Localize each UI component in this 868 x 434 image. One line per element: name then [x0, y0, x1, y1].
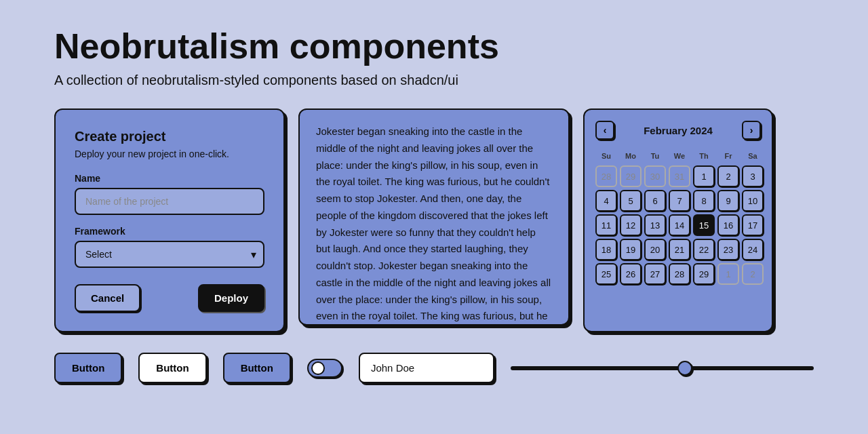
calendar-day[interactable]: 8 — [693, 190, 715, 212]
calendar-day[interactable]: 7 — [669, 190, 690, 212]
calendar-day[interactable]: 24 — [742, 239, 764, 260]
calendar-day[interactable]: 5 — [620, 190, 642, 212]
calendar-day[interactable]: 29 — [693, 263, 715, 285]
calendar-grid: SuMoTuWeThFrSa28293031123456789101112131… — [595, 149, 761, 285]
calendar-day[interactable]: 3 — [742, 165, 764, 187]
deploy-button[interactable]: Deploy — [198, 284, 264, 312]
story-text: Jokester began sneaking into the castle … — [316, 123, 552, 326]
calendar-day[interactable]: 11 — [595, 214, 617, 236]
calendar-day[interactable]: 16 — [717, 214, 739, 236]
calendar-day[interactable]: 2 — [717, 165, 739, 187]
calendar-day-header: Fr — [717, 149, 739, 163]
calendar-day[interactable]: 10 — [742, 190, 764, 212]
calendar-day[interactable]: 13 — [644, 214, 666, 236]
calendar-day[interactable]: 18 — [595, 239, 617, 260]
components-row: Create project Deploy your new project i… — [54, 108, 814, 332]
project-name-input[interactable] — [75, 188, 264, 215]
calendar-day[interactable]: 23 — [717, 239, 739, 260]
calendar-next-button[interactable]: › — [742, 121, 761, 140]
calendar-day[interactable]: 27 — [644, 263, 666, 285]
calendar-day[interactable]: 15 — [693, 214, 715, 236]
calendar-day-header: Su — [595, 149, 617, 163]
name-label: Name — [75, 173, 264, 184]
create-project-card: Create project Deploy your new project i… — [54, 108, 285, 332]
calendar-day[interactable]: 29 — [620, 165, 642, 187]
bottom-button-2[interactable]: Button — [138, 353, 206, 383]
calendar-day[interactable]: 28 — [595, 165, 617, 187]
toggle-wrapper[interactable] — [307, 359, 342, 378]
toggle-track[interactable] — [307, 359, 342, 378]
calendar-prev-button[interactable]: ‹ — [595, 121, 614, 140]
calendar-day[interactable]: 31 — [669, 165, 690, 187]
calendar-day[interactable]: 26 — [620, 263, 642, 285]
calendar-day-header: Sa — [742, 149, 764, 163]
calendar-day-header: We — [669, 149, 690, 163]
create-project-title: Create project — [75, 129, 264, 144]
calendar-day[interactable]: 2 — [742, 263, 764, 285]
cancel-button[interactable]: Cancel — [75, 284, 140, 312]
calendar-day[interactable]: 4 — [595, 190, 617, 212]
bottom-button-1[interactable]: Button — [54, 353, 122, 383]
framework-label: Framework — [75, 226, 264, 237]
framework-select[interactable]: Select Next.js SvelteKit Remix Astro — [75, 241, 264, 268]
calendar-day[interactable]: 30 — [644, 165, 666, 187]
calendar-day[interactable]: 28 — [669, 263, 690, 285]
calendar-day-header: Tu — [644, 149, 666, 163]
calendar-day[interactable]: 6 — [644, 190, 666, 212]
calendar-day[interactable]: 9 — [717, 190, 739, 212]
calendar-day[interactable]: 17 — [742, 214, 764, 236]
calendar-day[interactable]: 1 — [693, 165, 715, 187]
create-project-description: Deploy your new project in one-click. — [75, 149, 264, 159]
slider[interactable] — [511, 366, 814, 370]
calendar-day-header: Mo — [620, 149, 642, 163]
bottom-row: Button Button Button — [54, 353, 814, 383]
calendar-day[interactable]: 1 — [717, 263, 739, 285]
calendar-day[interactable]: 19 — [620, 239, 642, 260]
form-buttons: Cancel Deploy — [75, 284, 264, 312]
calendar-title: February 2024 — [644, 125, 713, 136]
text-card: Jokester began sneaking into the castle … — [298, 108, 570, 326]
calendar-day-header: Th — [693, 149, 715, 163]
calendar-header: ‹ February 2024 › — [595, 121, 761, 140]
name-input[interactable] — [359, 353, 494, 383]
page-subtitle: A collection of neobrutalism-styled comp… — [54, 73, 814, 88]
toggle-thumb — [311, 361, 325, 375]
calendar-day[interactable]: 20 — [644, 239, 666, 260]
calendar-day[interactable]: 12 — [620, 214, 642, 236]
calendar-day[interactable]: 14 — [669, 214, 690, 236]
calendar-day[interactable]: 25 — [595, 263, 617, 285]
calendar-card: ‹ February 2024 › SuMoTuWeThFrSa28293031… — [583, 108, 773, 332]
slider-wrapper — [511, 366, 814, 370]
calendar-day[interactable]: 21 — [669, 239, 690, 260]
page-title: Neobrutalism components — [54, 27, 814, 66]
bottom-button-3[interactable]: Button — [223, 353, 291, 383]
framework-select-wrapper: Select Next.js SvelteKit Remix Astro ▾ — [75, 241, 264, 268]
calendar-day[interactable]: 22 — [693, 239, 715, 260]
